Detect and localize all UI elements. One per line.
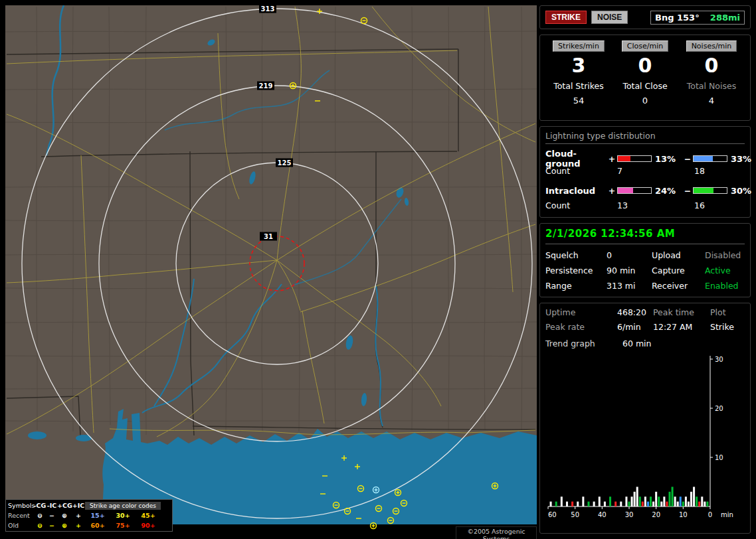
intracloud-count-row: Count 13 16 bbox=[545, 198, 745, 212]
map-legend: Symbols -CG -IC +CG +IC Strike age color… bbox=[5, 499, 173, 532]
total-noises-value: 4 bbox=[709, 96, 714, 106]
close-per-min-button[interactable]: Close/min bbox=[622, 40, 668, 52]
capture-status: Active bbox=[705, 266, 745, 275]
cloud-ground-count-row: Count 7 18 bbox=[545, 163, 745, 178]
range-ring-label: 125 bbox=[278, 159, 292, 167]
peak-rate-value: 6/min bbox=[617, 322, 653, 332]
squelch-label: Squelch bbox=[545, 250, 607, 260]
status-panel: 2/1/2026 12:34:56 AM Squelch 0 Upload Di… bbox=[539, 223, 751, 297]
receiver-status: Enabled bbox=[705, 281, 745, 291]
stats-trend-panel: Uptime 468:20 Peak time Plot Peak rate 6… bbox=[539, 303, 751, 534]
uptime-value: 468:20 bbox=[617, 307, 653, 317]
distribution-panel: Lightning type distribution Cloud-ground… bbox=[539, 126, 751, 218]
age-15: 15+ bbox=[85, 512, 110, 519]
lightning-map[interactable]: 31321912531 Symbols -CG -IC +CG +IC Stri… bbox=[0, 0, 538, 539]
noises-rate-column: Noises/min 0 Total Noises 4 bbox=[678, 39, 745, 116]
peak-rate-label: Peak rate bbox=[545, 322, 617, 332]
app-window: 31321912531 Symbols -CG -IC +CG +IC Stri… bbox=[0, 0, 756, 539]
cg-neg-pct: 33% bbox=[729, 154, 754, 164]
ic-pos-icon: + bbox=[72, 512, 85, 519]
legend-title: Symbols bbox=[8, 502, 33, 509]
noise-mode-button[interactable]: NOISE bbox=[591, 11, 628, 24]
trend-graph-label: Trend graph bbox=[545, 339, 622, 348]
svg-text:10: 10 bbox=[679, 511, 688, 518]
legend-col-pos-cg: +CG bbox=[57, 502, 72, 509]
legend-age-title: Strike age color codes bbox=[85, 502, 161, 510]
cg-neg-bar bbox=[693, 155, 727, 162]
age-45: 45+ bbox=[136, 512, 161, 519]
trend-window-value: 60 min bbox=[622, 339, 745, 348]
persistence-value: 90 min bbox=[607, 266, 652, 275]
ic-pos-bar bbox=[617, 187, 652, 194]
strike-mode-button[interactable]: STRIKE bbox=[545, 11, 587, 24]
ic-pos-pct: 24% bbox=[653, 186, 682, 196]
capture-label: Capture bbox=[652, 266, 705, 275]
plus-sign: + bbox=[608, 186, 616, 196]
ic-neg-bar bbox=[693, 187, 727, 194]
svg-text:20: 20 bbox=[715, 405, 723, 412]
legend-col-neg-cg: -CG bbox=[33, 502, 47, 509]
cg-neg-icon: ⊖ bbox=[33, 512, 47, 519]
ic-neg-count: 16 bbox=[694, 200, 745, 210]
squelch-value: 0 bbox=[607, 250, 652, 260]
cg-pos-icon: ⊕ bbox=[57, 512, 72, 519]
total-strikes-label: Total Strikes bbox=[553, 81, 604, 91]
svg-text:20: 20 bbox=[652, 511, 660, 518]
upload-label: Upload bbox=[652, 250, 705, 260]
clock-display: 2/1/2026 12:34:56 AM bbox=[545, 228, 745, 244]
count-label: Count bbox=[545, 200, 617, 210]
close-per-min-value: 0 bbox=[638, 55, 652, 76]
bearing-label: Bng 153° bbox=[655, 13, 700, 23]
age-30: 30+ bbox=[110, 512, 136, 519]
receiver-label: Receiver bbox=[652, 281, 705, 291]
range-label: Range bbox=[545, 281, 607, 291]
plus-sign: + bbox=[608, 154, 616, 164]
strikes-per-min-value: 3 bbox=[572, 55, 586, 76]
legend-row-recent: Recent ⊖ − ⊕ + 15+ 30+ 45+ bbox=[8, 510, 170, 520]
legend-row-old: Old ⊖ − ⊕ + 60+ 75+ 90+ bbox=[8, 520, 170, 530]
cg-pos-count: 7 bbox=[617, 166, 694, 176]
minus-sign: − bbox=[684, 186, 692, 196]
mode-toolbar: STRIKE NOISE Bng 153° 288mi bbox=[539, 5, 751, 29]
noises-per-min-button[interactable]: Noises/min bbox=[686, 40, 737, 52]
copyright-notice: ©2005 Astrogenic Systems bbox=[456, 526, 537, 539]
age-60: 60+ bbox=[85, 522, 110, 529]
count-label: Count bbox=[545, 166, 617, 176]
cg-neg-icon: ⊖ bbox=[33, 522, 47, 529]
range-ring-label: 219 bbox=[259, 82, 273, 90]
trend-graph-canvas: 1020306050403020100min bbox=[545, 352, 745, 526]
range-ring-label: 313 bbox=[261, 5, 275, 13]
svg-text:min: min bbox=[721, 511, 733, 518]
plot-label: Plot bbox=[710, 307, 745, 317]
svg-text:40: 40 bbox=[598, 511, 607, 518]
persistence-label: Persistence bbox=[545, 266, 607, 275]
peak-time-value: 12:27 AM bbox=[653, 322, 710, 332]
distribution-title: Lightning type distribution bbox=[545, 131, 745, 144]
svg-text:0: 0 bbox=[708, 511, 712, 518]
uptime-label: Uptime bbox=[545, 307, 617, 317]
age-90: 90+ bbox=[136, 522, 161, 529]
strikes-rate-column: Strikes/min 3 Total Strikes 54 bbox=[545, 39, 612, 116]
upload-status: Disabled bbox=[705, 250, 745, 260]
close-rate-column: Close/min 0 Total Close 0 bbox=[612, 39, 678, 116]
cg-pos-bar bbox=[617, 155, 652, 162]
svg-text:50: 50 bbox=[571, 511, 579, 518]
age-75: 75+ bbox=[110, 522, 136, 529]
strikes-per-min-button[interactable]: Strikes/min bbox=[553, 40, 605, 52]
svg-text:10: 10 bbox=[715, 454, 723, 461]
total-strikes-value: 54 bbox=[573, 96, 585, 106]
noises-per-min-value: 0 bbox=[705, 55, 719, 76]
range-value: 313 mi bbox=[607, 281, 652, 291]
cg-neg-count: 18 bbox=[694, 166, 745, 176]
ic-neg-icon: − bbox=[47, 522, 57, 529]
ic-neg-pct: 30% bbox=[729, 186, 754, 196]
total-noises-label: Total Noises bbox=[687, 81, 736, 91]
svg-text:60: 60 bbox=[548, 511, 557, 518]
range-ring-label: 31 bbox=[264, 233, 273, 240]
minus-sign: − bbox=[684, 154, 692, 164]
bearing-readout: Bng 153° 288mi bbox=[650, 11, 745, 25]
intracloud-row: Intracloud + 24% − 30% bbox=[545, 183, 745, 198]
bearing-distance: 288mi bbox=[710, 13, 740, 23]
total-close-label: Total Close bbox=[622, 81, 667, 91]
legend-col-pos-ic: +IC bbox=[72, 502, 85, 509]
